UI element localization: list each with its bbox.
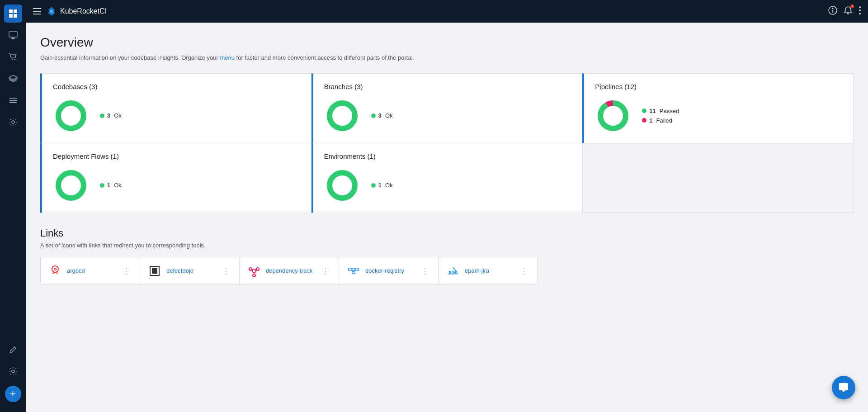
svg-point-26 — [600, 103, 626, 128]
svg-point-29 — [330, 173, 355, 198]
link-name-docker-registry: docker-registry — [365, 267, 415, 274]
svg-point-32 — [55, 268, 56, 270]
legend-label: Ok — [385, 112, 393, 119]
card-branches[interactable]: Branches (3) 3 Ok — [311, 73, 583, 143]
link-name-epam-jira: epam-jira — [465, 267, 514, 274]
link-card-argocd[interactable]: argocd ⋮ — [40, 257, 140, 285]
link-card-defectdojo[interactable]: defectdojo ⋮ — [140, 257, 239, 285]
legend-item: 1 Failed — [642, 117, 679, 124]
svg-rect-9 — [9, 98, 17, 99]
svg-point-35 — [252, 269, 256, 273]
link-menu-docker-registry[interactable]: ⋮ — [419, 264, 431, 278]
svg-rect-0 — [9, 9, 13, 13]
card-pipelines[interactable]: Pipelines (12) 11 Passed 1 Failed — [582, 73, 854, 143]
legend-label: Ok — [114, 182, 122, 189]
svg-rect-3 — [14, 14, 17, 18]
link-card-dependency-track[interactable]: dependency-track ⋮ — [239, 257, 339, 285]
donut-chart — [53, 167, 89, 204]
svg-point-21 — [859, 6, 861, 8]
legend-dot — [100, 183, 104, 188]
svg-rect-5 — [12, 38, 14, 38]
links-section: Links A set of icons with links that red… — [40, 227, 854, 285]
card-body: 1 Ok — [324, 167, 572, 204]
svg-rect-1 — [14, 9, 17, 13]
more-icon[interactable] — [859, 6, 861, 17]
link-menu-defectdojo[interactable]: ⋮ — [220, 264, 232, 278]
legend-dot — [371, 114, 376, 118]
card-title: Deployment Flows (1) — [53, 152, 301, 160]
svg-point-8 — [14, 59, 15, 60]
links-subtitle: A set of icons with links that redirect … — [40, 242, 854, 249]
legend-count: 1 — [378, 182, 382, 189]
card-codebases[interactable]: Codebases (3) 3 Ok — [40, 73, 311, 143]
svg-text:JIRA: JIRA — [448, 270, 458, 275]
info-icon[interactable] — [828, 6, 837, 17]
sidebar-item-monitor[interactable] — [4, 26, 22, 44]
svg-point-28 — [58, 173, 84, 198]
legend-dot — [371, 183, 376, 188]
sidebar-item-list[interactable] — [4, 91, 22, 109]
link-card-docker-registry[interactable]: docker-registry ⋮ — [339, 257, 438, 285]
legend-label: Failed — [656, 117, 672, 124]
svg-point-13 — [12, 370, 14, 373]
legend-count: 3 — [107, 112, 110, 119]
sidebar-item-layers[interactable] — [4, 70, 22, 88]
link-icon-argocd — [48, 264, 62, 278]
notification-icon[interactable] — [844, 6, 853, 17]
link-menu-epam-jira[interactable]: ⋮ — [518, 264, 530, 278]
sidebar-top — [4, 5, 22, 341]
card-environments[interactable]: Environments (1) 1 Ok — [311, 143, 583, 213]
sidebar-item-dashboard[interactable] — [4, 5, 22, 23]
links-row: argocd ⋮ defectdojo ⋮ dependency-track ⋮… — [40, 257, 854, 285]
link-menu-dependency-track[interactable]: ⋮ — [320, 264, 331, 278]
legend-count: 11 — [649, 108, 656, 114]
link-icon-defectdojo — [147, 264, 162, 278]
card-deployment-flows[interactable]: Deployment Flows (1) 1 Ok — [40, 143, 311, 213]
svg-point-38 — [253, 274, 255, 277]
svg-point-17 — [50, 10, 53, 13]
menu-link[interactable]: menu — [220, 54, 235, 61]
page-subtitle: Gain essential information on your codeb… — [40, 53, 854, 62]
link-card-epam-jira[interactable]: JIRA epam-jira ⋮ — [438, 257, 538, 285]
card-body: 3 Ok — [53, 98, 301, 134]
link-menu-argocd[interactable]: ⋮ — [121, 264, 132, 278]
donut-chart — [324, 167, 360, 204]
card-legend: 1 Ok — [371, 182, 393, 189]
chat-fab[interactable] — [832, 376, 855, 399]
topbar: KubeRocketCI — [26, 0, 868, 23]
svg-rect-15 — [33, 11, 41, 12]
legend-count: 1 — [107, 182, 110, 189]
add-button[interactable]: + — [5, 386, 21, 402]
card-legend: 3 Ok — [371, 112, 393, 119]
svg-rect-43 — [352, 268, 355, 270]
card-legend: 1 Ok — [100, 182, 122, 189]
sidebar-item-pen[interactable] — [4, 341, 22, 359]
sidebar-item-settings[interactable] — [4, 113, 22, 131]
svg-point-22 — [859, 9, 861, 11]
sidebar: + — [0, 0, 26, 412]
app-logo: KubeRocketCI — [47, 6, 828, 16]
card-title: Codebases (3) — [53, 83, 301, 90]
link-icon-epam-jira: JIRA — [446, 264, 460, 278]
svg-rect-11 — [9, 102, 17, 103]
app-name: KubeRocketCI — [60, 7, 107, 15]
card-body: 11 Passed 1 Failed — [595, 98, 842, 134]
card-empty — [582, 143, 854, 213]
svg-point-12 — [12, 121, 14, 123]
svg-rect-42 — [349, 268, 351, 270]
card-body: 3 Ok — [324, 98, 572, 134]
menu-icon[interactable] — [33, 6, 41, 17]
sidebar-bottom: + — [4, 341, 22, 407]
legend-item: 11 Passed — [642, 108, 679, 114]
svg-rect-44 — [352, 271, 355, 274]
legend-item: 1 Ok — [371, 182, 393, 189]
sidebar-item-cart[interactable] — [4, 48, 22, 66]
links-title: Links — [40, 227, 854, 239]
card-legend: 3 Ok — [100, 112, 122, 119]
page-content: Overview Gain essential information on y… — [26, 23, 868, 412]
legend-dot — [100, 114, 104, 118]
main-wrapper: KubeRocketCI — [26, 0, 868, 412]
sidebar-item-gear2[interactable] — [4, 362, 22, 380]
svg-point-20 — [832, 8, 833, 9]
legend-item: 1 Ok — [100, 182, 122, 189]
